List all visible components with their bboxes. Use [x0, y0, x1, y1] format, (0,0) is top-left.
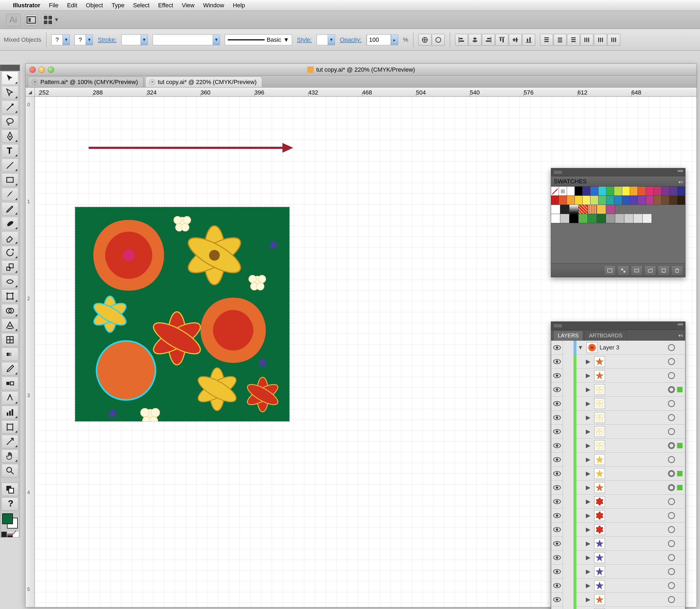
layer-group-row[interactable]: ▶ — [551, 439, 685, 453]
blend-tool[interactable] — [2, 377, 18, 390]
layers-panel[interactable]: LAYERS ARTBOARDS ▾≡ ▼Layer 3▶▶▶▶▶▶▶▶▶▶▶▶… — [551, 321, 685, 609]
distribute-left-button[interactable] — [580, 34, 593, 46]
visibility-toggle[interactable] — [551, 341, 563, 354]
distribute-right-button[interactable] — [607, 34, 620, 46]
align-right-button[interactable] — [482, 34, 495, 46]
visibility-toggle[interactable] — [551, 397, 563, 411]
magic-wand-tool[interactable] — [2, 100, 18, 114]
align-bottom-button[interactable] — [522, 34, 535, 46]
target-icon[interactable] — [668, 470, 675, 477]
tools-panel[interactable]: T ? — [0, 65, 20, 537]
target-icon[interactable] — [668, 568, 675, 575]
swatch[interactable] — [624, 214, 633, 223]
selection-indicator[interactable] — [677, 569, 682, 574]
panel-header[interactable] — [551, 168, 685, 176]
layer-group-row[interactable]: ▶ — [551, 383, 685, 397]
rectangle-tool[interactable] — [2, 173, 18, 187]
horizontal-ruler[interactable]: ◢ 252288324360396432468504540576612648 — [25, 87, 697, 97]
swatch-options-button[interactable] — [631, 265, 643, 276]
disclosure-triangle[interactable]: ▶ — [584, 456, 592, 463]
selection-indicator[interactable] — [677, 415, 682, 420]
visibility-toggle[interactable] — [551, 424, 563, 439]
layer-group-row[interactable]: ▶ — [551, 564, 685, 578]
swatch[interactable] — [630, 187, 638, 196]
line-segment-tool[interactable] — [2, 159, 18, 172]
lock-toggle[interactable] — [563, 593, 574, 607]
artboard-tool[interactable] — [2, 420, 18, 434]
lock-toggle[interactable] — [563, 523, 574, 537]
panel-header[interactable] — [551, 322, 685, 330]
lock-toggle[interactable] — [563, 607, 574, 609]
disclosure-triangle[interactable]: ▶ — [584, 526, 592, 533]
visibility-toggle[interactable] — [551, 564, 563, 578]
layer-group-row[interactable]: ▶ — [551, 354, 685, 369]
swatch[interactable] — [560, 205, 570, 214]
perspective-grid-tool[interactable] — [2, 318, 18, 332]
target-icon[interactable] — [668, 386, 675, 393]
lock-toggle[interactable] — [563, 424, 574, 439]
swatch[interactable] — [575, 196, 583, 205]
swatch[interactable] — [677, 196, 685, 205]
swatch[interactable] — [633, 214, 643, 223]
swatch[interactable] — [622, 196, 630, 205]
swatch[interactable] — [588, 205, 597, 214]
document-tab[interactable]: ✕ Pattern.ai* @ 100% (CMYK/Preview) — [28, 76, 143, 87]
disclosure-triangle[interactable]: ▶ — [584, 484, 592, 491]
disclosure-triangle[interactable]: ▶ — [584, 400, 592, 407]
target-icon[interactable] — [668, 540, 675, 547]
menu-object[interactable]: Object — [86, 2, 103, 9]
menu-help[interactable]: Help — [233, 2, 245, 9]
shape-builder-tool[interactable] — [2, 304, 18, 317]
none-mode-button[interactable] — [13, 532, 19, 537]
target-icon[interactable] — [668, 526, 675, 533]
swatch[interactable] — [606, 205, 615, 214]
selection-indicator[interactable] — [677, 429, 682, 434]
layers-tab[interactable]: LAYERS — [553, 331, 583, 340]
eyedropper-tool[interactable] — [2, 362, 18, 376]
swatch[interactable] — [588, 214, 597, 223]
visibility-toggle[interactable] — [551, 481, 563, 494]
swatches-panel[interactable]: SWATCHES▾≡ ⊞ — [551, 168, 685, 277]
type-tool[interactable]: T — [2, 144, 18, 157]
close-tab-icon[interactable]: ✕ — [32, 79, 38, 85]
visibility-toggle[interactable] — [551, 551, 563, 564]
swatch[interactable] — [559, 196, 567, 205]
disclosure-triangle[interactable]: ▶ — [584, 386, 592, 393]
visibility-toggle[interactable] — [551, 593, 563, 607]
swatch[interactable] — [598, 196, 606, 205]
selection-indicator[interactable] — [677, 443, 682, 448]
lock-toggle[interactable] — [563, 453, 574, 467]
layer-name[interactable]: Layer 3 — [599, 344, 668, 351]
selection-indicator[interactable] — [677, 527, 682, 532]
visibility-toggle[interactable] — [551, 523, 563, 537]
layer-group-row[interactable]: ▶ — [551, 411, 685, 424]
fill-stroke-toggle[interactable] — [2, 483, 18, 496]
distribute-top-button[interactable] — [540, 34, 553, 46]
swatch[interactable] — [551, 205, 560, 214]
swatch[interactable] — [583, 187, 591, 196]
tools-panel-header[interactable] — [0, 65, 20, 71]
visibility-toggle[interactable] — [551, 354, 563, 369]
help-tool[interactable]: ? — [2, 497, 18, 511]
disclosure-triangle[interactable]: ▶ — [584, 414, 592, 421]
selection-tool[interactable] — [2, 71, 18, 85]
layer-group-row[interactable]: ▶ — [551, 523, 685, 537]
distribute-vcenter-button[interactable] — [554, 34, 566, 46]
selection-indicator[interactable] — [677, 597, 682, 602]
swatch[interactable] — [570, 214, 579, 223]
disclosure-triangle[interactable]: ▶ — [584, 428, 592, 435]
layer-group-row[interactable]: ▶ — [551, 369, 685, 383]
swatch[interactable] — [677, 187, 685, 196]
rotate-tool[interactable] — [2, 246, 18, 259]
panel-menu-icon[interactable]: ▾≡ — [679, 333, 683, 338]
swatch[interactable] — [630, 196, 638, 205]
lock-toggle[interactable] — [563, 397, 574, 411]
style-label-link[interactable]: Style: — [297, 36, 312, 44]
swatch[interactable] — [591, 196, 598, 205]
document-tab-active[interactable]: ✕ tut copy.ai* @ 220% (CMYK/Preview) — [145, 76, 262, 87]
target-icon[interactable] — [668, 456, 675, 463]
distribute-hcenter-button[interactable] — [594, 34, 607, 46]
swatch[interactable] — [654, 196, 662, 205]
opacity-label-link[interactable]: Opacity: — [340, 36, 362, 44]
disclosure-triangle[interactable]: ▶ — [584, 568, 592, 575]
